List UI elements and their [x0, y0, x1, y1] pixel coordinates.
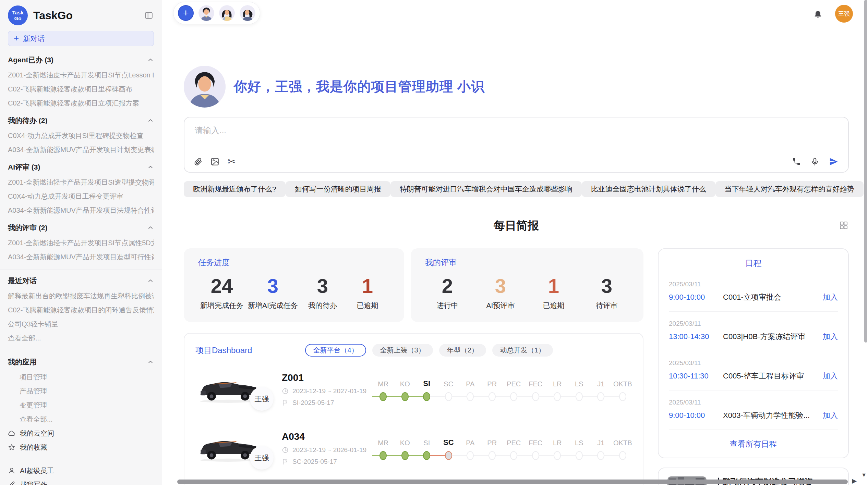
voice-call-button[interactable]	[792, 157, 801, 166]
milestone-dot	[554, 451, 561, 460]
stats-card: 任务进度24新增完成任务3新增AI完成任务3我的待办1已逾期	[184, 248, 404, 322]
sidebar-shortcut-cloud[interactable]: 我的云空间	[8, 430, 154, 437]
scroll-down-arrow-icon[interactable]: ▼	[861, 472, 867, 478]
sidebar-tool-ai-employee[interactable]: AI超级员工	[8, 467, 154, 474]
milestone-dot	[445, 392, 452, 401]
project-dashboard-card: 项目Dashboard 全新平台（4）全新上装（3）年型（2）动总开发（1） 王…	[184, 333, 643, 485]
app-item[interactable]: 变更管理	[8, 402, 154, 409]
milestone-label: KO	[400, 437, 410, 447]
milestone-pr: PR	[481, 378, 503, 401]
milestone-pa: PA	[459, 437, 481, 460]
sidebar-section-header[interactable]: Agent已办 (3)	[8, 55, 154, 65]
dashboard-tab[interactable]: 动总开发（1）	[492, 344, 553, 357]
flag-icon	[282, 458, 289, 465]
new-chat-button[interactable]: + 新对话	[8, 31, 154, 46]
milestone-line	[590, 455, 597, 456]
milestone-dot-track	[394, 392, 416, 401]
join-meeting-link[interactable]: 加入	[823, 410, 838, 421]
sidebar-section-header[interactable]: AI评审 (3)	[8, 162, 154, 172]
microphone-button[interactable]	[810, 157, 819, 166]
milestone-ls: LS	[568, 378, 590, 401]
milestone-dot	[489, 451, 496, 460]
sidebar-tool-writing[interactable]: 帮我写作	[8, 481, 154, 485]
project-row[interactable]: 王强A0342023-12-19 ~ 2026-01-19SC-2025-05-…	[195, 431, 632, 465]
sidebar-item[interactable]: A034-全新新能源MUV产品开发项目法规符合性评审	[8, 207, 154, 214]
schedule-entry-row: 10:30-11:30C005-整车工程目标评审加入	[669, 371, 838, 381]
milestone-line	[387, 396, 394, 397]
send-button[interactable]	[829, 157, 839, 166]
milestone-ko: KO	[394, 378, 416, 401]
suggestion-chip[interactable]: 当下年轻人对汽车外观有怎样的喜好趋势	[715, 181, 864, 197]
milestone-dot	[597, 451, 604, 460]
recent-chat-item[interactable]: C02-飞腾新能源轻客改款项目的闭环通告反馈情况	[8, 307, 154, 314]
suggestion-chip[interactable]: 比亚迪全固态电池计划具体说了什么	[582, 181, 715, 197]
milestone-dot-track	[438, 451, 460, 460]
grid-icon	[839, 220, 849, 231]
milestone-track: MRKOSISCPAPRPECFECLRLSJ1OKTB	[372, 437, 634, 460]
milestone-dot	[619, 451, 626, 460]
project-row[interactable]: 王强Z0012023-12-19 ~ 2027-01-19SI-2025-05-…	[195, 372, 632, 407]
app-item[interactable]: 项目管理	[8, 374, 154, 381]
milestone-label: PR	[487, 378, 497, 388]
milestone-lr: LR	[546, 378, 568, 401]
scroll-right-arrow-icon[interactable]: ▶	[852, 477, 857, 485]
sidebar-item[interactable]: Z001-全新燃油轻卡产品开发项目SI造型提交物评审	[8, 179, 154, 186]
milestone-dot-track	[546, 451, 568, 460]
sidebar-divider	[0, 351, 162, 351]
schedule-entry: 2025/03/119:00-10:00X003-车辆动力学性能验...加入	[669, 390, 838, 430]
recent-chat-item[interactable]: 解释最新出台的欧盟报废车法规再生塑料比例被调至15%...	[8, 293, 154, 300]
app-logo: Task Go	[8, 5, 28, 25]
dashboard-tab[interactable]: 全新上装（3）	[372, 344, 433, 357]
sidebar-item[interactable]: A034-全新新能源MUV产品开发项目造型可行性评审	[8, 253, 154, 261]
milestone-line	[604, 455, 612, 456]
milestone-label: FEC	[529, 437, 542, 447]
recent-chat-item[interactable]: 公司Q3轻卡销量	[8, 321, 154, 328]
view-all-link[interactable]: 查看全部...	[8, 416, 154, 423]
milestone-label: PEC	[507, 437, 521, 447]
sidebar-section-header[interactable]: 我的评审 (2)	[8, 223, 154, 233]
milestone-pa: PA	[459, 378, 481, 401]
dashboard-tab[interactable]: 全新平台（4）	[305, 344, 366, 357]
milestone-pr: PR	[481, 437, 503, 460]
milestone-dot	[554, 392, 561, 401]
sidebar-item[interactable]: Z001-全新燃油皮卡产品开发项目SI节点Lesson Learn报告	[8, 72, 154, 79]
milestone-fec: FEC	[525, 437, 547, 460]
attachment-button[interactable]	[193, 157, 202, 166]
sidebar-section-header[interactable]: 我的待办 (2)	[8, 116, 154, 125]
milestone-line	[583, 396, 590, 397]
sidebar-item[interactable]: C0X4-动力总成开发项目工程变更评审	[8, 193, 154, 200]
sidebar-collapse-button[interactable]	[144, 11, 154, 20]
writing-icon	[8, 481, 15, 485]
sidebar-item[interactable]: Z001-全新燃油轻卡产品开发项目SI节点属性5D文件评审	[8, 239, 154, 247]
image-upload-button[interactable]	[210, 157, 219, 166]
sidebar-item[interactable]: C02-飞腾新能源轻客改款项目立项汇报方案	[8, 100, 154, 107]
view-all-schedule-link[interactable]: 查看所有日程	[669, 439, 838, 449]
sidebar-item[interactable]: C02-飞腾新能源轻客改款项目里程碑画布	[8, 86, 154, 93]
join-meeting-link[interactable]: 加入	[823, 371, 838, 381]
chat-input[interactable]: 请输入... ✂	[184, 117, 849, 173]
sidebar-item[interactable]: C0X4-动力总成开发项目SI里程碑提交物检查	[8, 132, 154, 139]
recent-chats-header[interactable]: 最近对话	[8, 276, 154, 286]
sidebar-item[interactable]: A034-全新新能源MUV产品开发项目计划变更表编写	[8, 146, 154, 153]
suggestion-chip[interactable]: 特朗普可能对进口汽车增税会对中国车企造成哪些影响	[390, 181, 582, 197]
dashboard-tab[interactable]: 年型（2）	[439, 344, 486, 357]
layout-toggle-button[interactable]	[839, 220, 849, 231]
join-meeting-link[interactable]: 加入	[823, 292, 838, 302]
milestone-label: PEC	[507, 378, 521, 388]
join-meeting-link[interactable]: 加入	[823, 332, 838, 342]
schedule-event-name: X003-车辆动力学性能验...	[723, 410, 823, 421]
vertical-scrollbar[interactable]	[864, 0, 867, 343]
suggestion-chip[interactable]: 欧洲新规最近颁布了什么?	[184, 181, 286, 197]
milestone-dot-track	[416, 451, 438, 460]
phone-icon	[792, 157, 801, 166]
my-apps-header[interactable]: 我的应用	[8, 357, 154, 367]
sidebar-shortcut-star[interactable]: 我的收藏	[8, 444, 154, 451]
chevron-up-icon	[147, 117, 154, 124]
scissors-icon[interactable]: ✂	[228, 157, 236, 166]
horizontal-scrollbar[interactable]	[177, 480, 848, 484]
app-item[interactable]: 产品管理	[8, 388, 154, 395]
stat: 24新增完成任务	[200, 275, 243, 310]
suggestion-chip[interactable]: 如何写一份清晰的项目周报	[286, 181, 390, 197]
view-all-link[interactable]: 查看全部...	[8, 335, 154, 342]
milestone-dot	[576, 392, 583, 401]
